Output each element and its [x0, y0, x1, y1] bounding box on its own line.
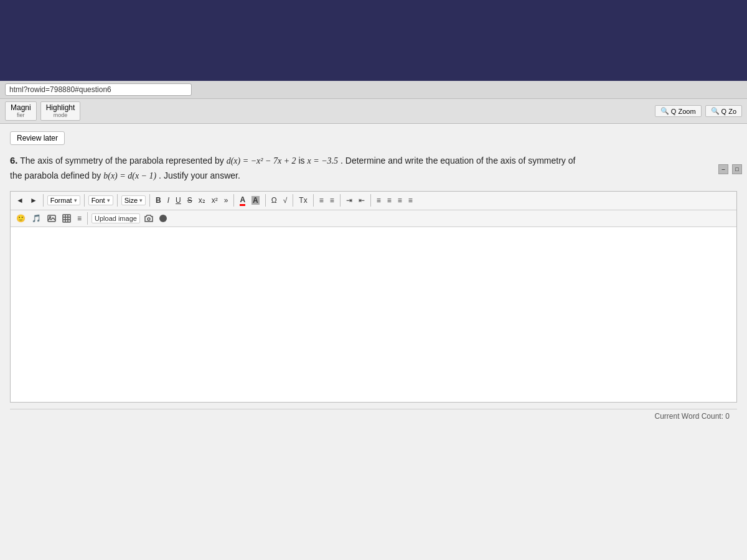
editor-body[interactable]: [11, 227, 736, 401]
question-text-part2: is: [299, 156, 305, 166]
magnifier-button[interactable]: Magni fier: [5, 101, 37, 121]
word-count-label: Current Word Count: 0: [655, 412, 730, 421]
ordered-list-button[interactable]: ≡: [317, 195, 326, 206]
review-later-button[interactable]: Review later: [10, 131, 65, 145]
toolbar-separator-6: [265, 194, 266, 207]
highlight-mode-button[interactable]: Highlight mode: [40, 101, 81, 121]
zoom-in-button[interactable]: 🔍 Q Zoom: [655, 105, 702, 117]
editor-toolbar-row2: 🙂 🎵: [11, 210, 736, 227]
toolbar-separator-1: [43, 194, 44, 207]
outdent-button[interactable]: ⇤: [357, 195, 367, 206]
emoji-button[interactable]: 🙂: [14, 213, 27, 224]
zoom-out-icon: 🔍: [711, 107, 720, 115]
special-chars-button[interactable]: Ω: [270, 195, 279, 206]
question-block: 6. The axis of symmetry of the parabola …: [10, 152, 737, 403]
align-justify-button[interactable]: ≡: [406, 195, 415, 206]
main-content: Review later 6. The axis of symmetry of …: [0, 124, 747, 560]
toolbar-separator-2: [84, 194, 85, 207]
maximize-button[interactable]: □: [732, 164, 742, 174]
clear-format-button[interactable]: Tx: [297, 195, 309, 206]
superscript-button[interactable]: x²: [210, 195, 220, 206]
record-button[interactable]: [157, 213, 169, 223]
question-number: 6.: [10, 155, 18, 166]
font-color-label: A: [240, 195, 245, 206]
svg-point-7: [148, 218, 150, 220]
question-text-part4: the parabola defined by: [10, 170, 101, 180]
size-dropdown[interactable]: Size: [121, 195, 146, 205]
lines-button[interactable]: ≡: [75, 213, 83, 224]
toolbar-separator-8: [313, 194, 314, 207]
url-bar[interactable]: html?rowid=798880#question6: [5, 83, 192, 96]
toolbar-separator-9: [340, 194, 341, 207]
upload-image-button[interactable]: Upload image: [92, 213, 140, 223]
spellcheck-button[interactable]: √: [281, 195, 289, 206]
toolbar-separator-r2: [87, 212, 88, 225]
toolbar-separator-10: [370, 194, 371, 207]
align-right-button[interactable]: ≡: [396, 195, 404, 206]
toolbar-separator-7: [293, 194, 293, 207]
page-wrapper: – □ html?rowid=798880#question6 Magni fi…: [0, 0, 747, 560]
format-dropdown[interactable]: Format: [47, 195, 80, 205]
italic-button[interactable]: I: [166, 195, 171, 206]
question-text-part1: The axis of symmetry of the parabola rep…: [20, 156, 224, 166]
window-controls: – □: [718, 164, 742, 174]
question-text-part3: . Determine and write the equation of th…: [341, 156, 575, 166]
media-button[interactable]: 🎵: [30, 213, 43, 224]
minimize-button[interactable]: –: [718, 164, 728, 174]
quote-button[interactable]: »: [222, 195, 230, 206]
editor-toolbar-row1: ◄ ► Format Font Size B: [11, 192, 736, 210]
table-button[interactable]: [60, 213, 73, 224]
svg-point-1: [50, 217, 51, 218]
font-color-button[interactable]: A: [238, 194, 247, 207]
editor-container: ◄ ► Format Font Size B: [10, 191, 737, 403]
toolbar-separator-5: [233, 194, 234, 207]
camera-button[interactable]: [143, 213, 155, 224]
highlight-color-label: A: [251, 196, 260, 205]
underline-button[interactable]: U: [174, 195, 183, 206]
content-wrapper: – □ html?rowid=798880#question6 Magni fi…: [0, 81, 747, 560]
redo-button[interactable]: ►: [28, 195, 39, 206]
question-text: 6. The axis of symmetry of the parabola …: [10, 152, 737, 184]
toolbar-separator-3: [117, 194, 118, 207]
align-center-button[interactable]: ≡: [385, 195, 393, 206]
highlight-color-button[interactable]: A: [250, 195, 261, 206]
question-text-part5: . Justify your answer.: [159, 170, 240, 180]
toolbar-row: Magni fier Highlight mode 🔍 Q Zoom 🔍 Q Z…: [0, 99, 747, 124]
font-dropdown[interactable]: Font: [88, 195, 113, 205]
svg-rect-2: [63, 215, 70, 222]
subscript-button[interactable]: x₂: [197, 195, 207, 206]
toolbar-separator-4: [149, 194, 150, 207]
unordered-list-button[interactable]: ≡: [328, 195, 336, 206]
top-bar: [0, 0, 747, 81]
image-button[interactable]: [45, 213, 58, 224]
zoom-in-icon: 🔍: [660, 107, 669, 115]
strikethrough-button[interactable]: S: [186, 195, 194, 206]
question-formula3: b(x) = d(x − 1): [103, 171, 156, 180]
url-row: html?rowid=798880#question6: [0, 81, 747, 99]
align-left-button[interactable]: ≡: [375, 195, 383, 206]
question-formula1: d(x) = −x² − 7x + 2: [227, 156, 296, 166]
question-formula2: x = −3.5: [308, 156, 339, 166]
bold-button[interactable]: B: [154, 195, 163, 206]
zoom-out-button[interactable]: 🔍 Q Zo: [705, 105, 742, 117]
indent-button[interactable]: ⇥: [344, 195, 354, 206]
undo-button[interactable]: ◄: [14, 195, 26, 206]
word-count-bar: Current Word Count: 0: [10, 409, 737, 423]
